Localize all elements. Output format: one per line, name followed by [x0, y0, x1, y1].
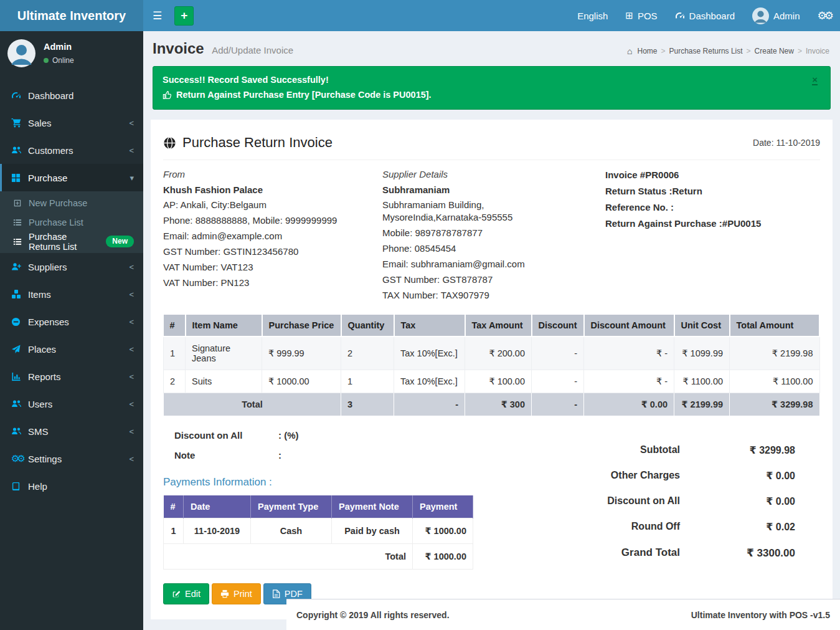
invoice-number: Invoice #PR0006	[605, 169, 820, 181]
chevron-icon: <	[129, 118, 134, 128]
chevron-icon: <	[129, 399, 134, 409]
settings-menu[interactable]: ⚙⚙	[809, 0, 840, 31]
supplier-gst: GST Number: GST878787	[382, 274, 569, 286]
dashboard-link[interactable]: Dashboard	[666, 0, 743, 31]
col-header-item-name: Item Name	[186, 315, 262, 336]
cell-index: 2	[164, 370, 186, 393]
sidebar-item-items[interactable]: Items <	[0, 280, 143, 308]
brand-logo[interactable]: Ultimate Inventory	[0, 0, 143, 31]
col-header-payment: Payment	[413, 495, 473, 518]
cogs-icon: ⚙⚙	[11, 453, 28, 464]
sidebar-menu: Dashboard Sales < Customers < Purchase ▾	[0, 82, 143, 500]
breadcrumb-home[interactable]: Home	[637, 47, 657, 55]
supplier-block: Supplier Details Subhramaniam Subhramani…	[382, 169, 569, 305]
summary-discount-on-all: Discount on All ₹ 0.00	[571, 489, 795, 514]
col-header-quantity: Quantity	[341, 315, 394, 336]
cell-discount: -	[532, 370, 584, 393]
invoice-date: Date: 11-10-2019	[753, 138, 820, 148]
col-header-total-amount: Total Amount	[730, 315, 819, 336]
sidebar-item-sms[interactable]: SMS <	[0, 418, 143, 445]
alert-detail-text: Return Against Purchase Entry [Purchase …	[176, 90, 432, 100]
cell-quantity: 2	[341, 336, 394, 370]
sidebar-item-suppliers[interactable]: Suppliers <	[0, 253, 143, 280]
summary-other-charges: Other Charges ₹ 0.00	[571, 463, 795, 489]
sidebar-item-new-purchase[interactable]: New Purchase	[0, 193, 143, 212]
sidebar-item-purchase[interactable]: Purchase ▾	[0, 164, 143, 191]
breadcrumb-separator: >	[661, 47, 666, 55]
close-icon[interactable]: ×	[812, 75, 818, 85]
sidebar-item-purchase-list[interactable]: Purchase List	[0, 212, 143, 232]
chevron-icon: <	[129, 290, 134, 299]
supplier-phone: Phone: 08545454	[382, 242, 569, 255]
cell-unit-cost: ₹ 1099.99	[674, 336, 730, 370]
sidebar-item-help[interactable]: Help	[0, 472, 143, 500]
sidebar-user-panel: Admin Online	[0, 31, 143, 75]
discount-on-all-label: Discount on All	[174, 430, 278, 441]
table-row: 1 11-10-2019 Cash Paid by cash ₹ 1000.00	[164, 518, 473, 544]
from-label: From	[163, 169, 382, 179]
cogs-icon: ⚙⚙	[818, 9, 831, 22]
cell-discount: -	[532, 336, 584, 370]
cell-payment-note: Paid by cash	[332, 518, 413, 544]
cell-purchase-price: ₹ 999.99	[262, 336, 341, 370]
from-name: Khush Fashion Palace	[163, 184, 382, 195]
cell-quantity: 1	[341, 370, 394, 393]
cell-index: 1	[164, 336, 186, 370]
edit-button[interactable]: Edit	[163, 583, 209, 604]
pos-link[interactable]: ⊞ POS	[616, 0, 666, 31]
sidebar-item-places[interactable]: Places <	[0, 335, 143, 363]
quick-add-button[interactable]: +	[174, 6, 194, 26]
success-alert: Success!! Record Saved Successfully! Ret…	[153, 66, 831, 110]
sidebar-item-purchase-returns-list[interactable]: Purchase Returns List New	[0, 232, 143, 251]
user-avatar-icon	[752, 7, 769, 24]
chevron-icon: <	[129, 372, 134, 381]
sidebar-item-users[interactable]: Users <	[0, 390, 143, 418]
col-header-unit-cost: Unit Cost	[674, 315, 730, 336]
supplier-name: Subhramaniam	[382, 184, 569, 195]
supplier-tax: TAX Number: TAX907979	[382, 289, 569, 302]
items-total-row: Total 3 - ₹ 300 - ₹ 0.00 ₹ 2199.99 ₹ 329…	[164, 393, 820, 416]
sidebar-item-expenses[interactable]: Expenses <	[0, 308, 143, 335]
tachometer-icon	[675, 11, 685, 21]
user-name-label: Admin	[773, 11, 800, 21]
col-header-index: #	[164, 495, 184, 518]
summary-label: Other Charges	[571, 470, 680, 482]
top-navbar: Ultimate Inventory ☰ + English ⊞ POS Das…	[0, 0, 840, 31]
sidebar-item-customers[interactable]: Customers <	[0, 136, 143, 164]
printer-icon	[220, 589, 229, 598]
user-menu[interactable]: Admin	[743, 0, 809, 31]
invoice-parties: From Khush Fashion Palace AP: Ankali, Ci…	[163, 160, 820, 308]
total-tax-amount: ₹ 300	[465, 393, 532, 416]
sidebar-item-dashboard[interactable]: Dashboard	[0, 82, 143, 109]
reference-no: Reference No. :	[605, 201, 820, 214]
print-button[interactable]: Print	[212, 583, 261, 604]
online-status-dot	[44, 58, 49, 63]
sidebar: Admin Online Dashboard Sales < C	[0, 31, 143, 630]
chevron-icon: <	[129, 146, 134, 155]
payments-table: # Date Payment Type Payment Note Payment…	[163, 495, 473, 570]
breadcrumb-create-new[interactable]: Create New	[755, 47, 794, 55]
sidebar-item-label: SMS	[28, 426, 49, 437]
page-footer: Copyright © 2019 All rights reserved. Ul…	[286, 599, 840, 630]
sidebar-item-reports[interactable]: Reports <	[0, 363, 143, 390]
alert-detail: Return Against Purchase Entry [Purchase …	[163, 90, 821, 100]
sidebar-toggle-icon[interactable]: ☰	[143, 0, 171, 31]
invoice-title-row: Purchase Return Invoice	[163, 135, 333, 151]
sidebar-item-label: Help	[28, 481, 47, 492]
pos-label: POS	[638, 11, 658, 21]
summary-grand-total: Grand Total ₹ 3300.00	[571, 540, 795, 566]
breadcrumb-purchase-returns-list[interactable]: Purchase Returns List	[669, 47, 743, 55]
sidebar-item-label: Purchase	[28, 173, 67, 183]
return-status: Return Status :Return	[605, 185, 820, 198]
bar-chart-icon	[11, 372, 28, 381]
cell-total-amount: ₹ 1100.00	[730, 370, 819, 393]
content-header: Invoice Add/Update Invoice ⌂ Home > Purc…	[143, 31, 840, 61]
from-address: AP: Ankali, City:Belgaum	[163, 199, 382, 211]
sidebar-item-sales[interactable]: Sales <	[0, 109, 143, 136]
sidebar-item-settings[interactable]: ⚙⚙ Settings <	[0, 445, 143, 472]
language-menu[interactable]: English	[569, 0, 616, 31]
sidebar-item-label: Users	[28, 399, 52, 409]
tachometer-icon	[11, 90, 28, 100]
alert-message: Success!! Record Saved Successfully!	[163, 75, 821, 85]
col-header-tax: Tax	[394, 315, 465, 336]
